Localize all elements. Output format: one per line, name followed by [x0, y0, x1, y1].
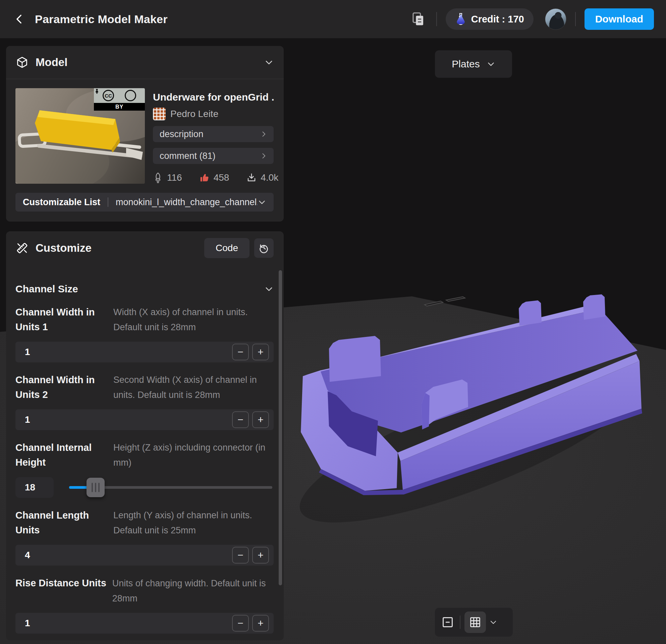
boost-rocket-icon	[153, 172, 163, 183]
increment-button[interactable]: +	[252, 547, 269, 564]
param-input-bar: 1 − +	[15, 342, 274, 362]
history-button[interactable]	[254, 238, 274, 258]
decrement-button[interactable]: −	[232, 411, 249, 428]
app-root: Parametric Model Maker	[0, 0, 666, 644]
customize-panel: Customize Code Channel Size Chann	[6, 231, 284, 640]
chevron-down-icon	[489, 618, 497, 626]
increment-button[interactable]: +	[252, 344, 269, 360]
scrollbar-thumb[interactable]	[279, 270, 282, 585]
downloads-stat: 4.0k	[246, 172, 278, 183]
param-input-bar: 1 − +	[15, 613, 274, 633]
credit-flask-icon	[455, 13, 467, 25]
section-channel-size[interactable]: Channel Size	[15, 283, 274, 295]
attribution-person-icon	[125, 90, 136, 101]
param-description: Height (Z axis) including connector (in …	[108, 440, 274, 470]
model-stats: 116 458	[153, 172, 274, 183]
param-description: Units of changing width. Default unit is…	[112, 576, 274, 606]
thumbs-up-icon	[199, 173, 210, 183]
description-button[interactable]: description	[153, 126, 274, 142]
model-panel-header[interactable]: Model	[6, 46, 284, 79]
customize-ruler-icon	[16, 242, 28, 254]
model-thumbnail[interactable]: CC BY	[15, 88, 145, 184]
section-title: Channel Size	[15, 283, 78, 295]
comment-button[interactable]: comment (81)	[153, 148, 274, 164]
model-info: Underware for openGrid ... Pedro Leite d…	[153, 88, 274, 184]
credit-balance[interactable]: Credit : 170	[446, 8, 533, 30]
decrement-button[interactable]: −	[232, 547, 249, 564]
toolbar-expand-button[interactable]	[489, 618, 497, 626]
likes-count: 458	[214, 172, 229, 183]
increment-button[interactable]: +	[252, 411, 269, 428]
height-number-input[interactable]: 18	[15, 477, 54, 498]
toolbar-divider	[460, 615, 460, 629]
number-input[interactable]: 4	[25, 550, 30, 560]
chevron-down-icon	[264, 58, 274, 67]
model-body: CC BY Underware for openGrid ...	[6, 79, 284, 184]
download-button[interactable]: Download	[584, 8, 654, 30]
back-button[interactable]	[12, 12, 27, 26]
license-badge: CC BY	[94, 88, 145, 111]
chevron-down-icon	[264, 284, 274, 294]
param-label: Channel Width in Units 2	[15, 373, 108, 402]
author-avatar	[153, 108, 166, 120]
param-channel-length: Channel Length Units Length (Y axis) of …	[15, 508, 274, 566]
model-collapse-toggle[interactable]	[264, 58, 274, 67]
number-input[interactable]: 1	[25, 618, 30, 629]
header-divider-1	[436, 12, 437, 26]
chevron-right-icon	[260, 131, 267, 138]
app-header: Parametric Model Maker	[0, 0, 666, 38]
history-icon	[259, 243, 269, 253]
customizable-list-dropdown[interactable]: Customizable List monokini_l_width_chang…	[15, 193, 274, 212]
list-divider	[108, 197, 108, 207]
chevron-left-icon	[14, 13, 25, 25]
model-author[interactable]: Pedro Leite	[153, 108, 274, 120]
license-icons: CC	[94, 88, 145, 103]
customizable-list-label: Customizable List	[23, 197, 100, 208]
param-description: Length (Y axis) of channel in units. Def…	[108, 508, 274, 538]
author-name: Pedro Leite	[170, 109, 218, 119]
selected-file-name: monokini_l_width_change_channel.s...	[116, 197, 258, 208]
cube-icon	[16, 56, 28, 68]
height-slider-row: 18	[15, 477, 274, 498]
param-description: Width (X axis) of channel in units. Defa…	[108, 305, 274, 335]
param-channel-width-1: Channel Width in Units 1 Width (X axis) …	[15, 305, 274, 362]
page-title: Parametric Model Maker	[35, 13, 168, 26]
clipboard-icon	[411, 12, 425, 26]
number-input[interactable]: 1	[25, 347, 30, 357]
number-input[interactable]: 1	[25, 414, 30, 425]
param-input-bar: 4 − +	[15, 545, 274, 566]
plates-dropdown[interactable]: Plates	[435, 50, 512, 78]
chevron-down-icon	[487, 60, 495, 68]
grid-icon	[469, 616, 481, 629]
param-rise-distance: Rise Distance Units Units of changing wi…	[15, 576, 274, 633]
remove-plate-button[interactable]	[440, 614, 456, 630]
code-button[interactable]: Code	[204, 238, 249, 258]
chevron-right-icon	[260, 153, 267, 159]
height-slider[interactable]	[69, 477, 272, 498]
param-label: Channel Width in Units 1	[15, 305, 108, 335]
param-input-bar: 1 − +	[15, 409, 274, 430]
model-panel: Model	[6, 46, 284, 221]
chevron-down-icon	[258, 198, 266, 207]
user-avatar[interactable]	[545, 8, 566, 30]
customize-panel-header: Customize Code	[6, 231, 284, 265]
increment-button[interactable]: +	[252, 615, 269, 631]
plates-label: Plates	[452, 58, 479, 70]
param-label: Channel Length Units	[15, 508, 108, 538]
model-panel-title: Model	[36, 56, 67, 69]
boost-stat: 116	[153, 172, 182, 183]
header-actions: Credit : 170 Download	[409, 8, 654, 30]
plate-minus-icon	[441, 616, 454, 629]
grid-view-button[interactable]	[465, 611, 486, 633]
description-label: description	[160, 129, 204, 140]
decrement-button[interactable]: −	[232, 615, 249, 631]
license-by-label: BY	[94, 103, 145, 111]
decrement-button[interactable]: −	[232, 344, 249, 360]
customize-panel-title: Customize	[36, 242, 91, 254]
slider-handle[interactable]	[87, 478, 105, 497]
param-label: Rise Distance Units	[15, 576, 106, 590]
copy-link-button[interactable]	[409, 10, 427, 29]
comment-label: comment (81)	[160, 151, 216, 161]
model-name: Underware for openGrid ...	[153, 91, 274, 103]
cc-icon: CC	[103, 90, 114, 101]
